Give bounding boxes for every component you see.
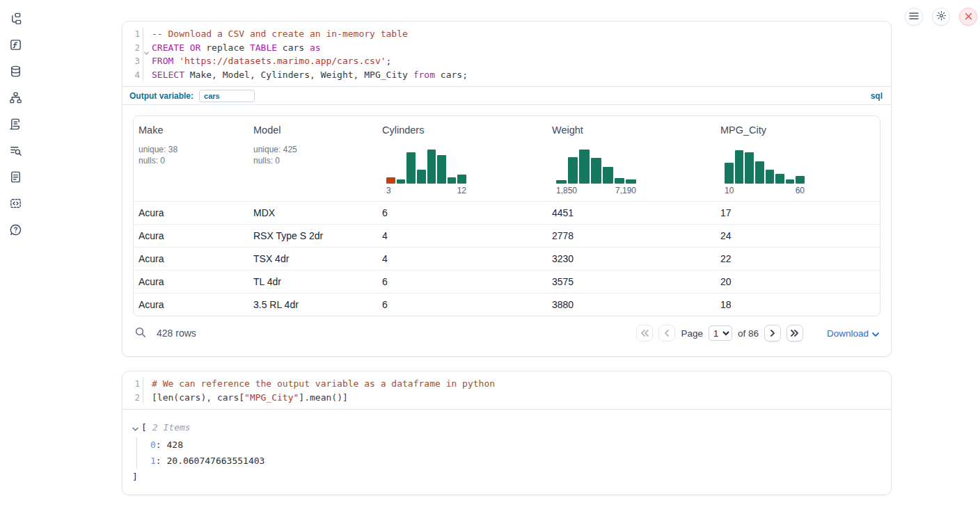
table-cell: RSX Type S 2dr [248,225,377,247]
code-line[interactable]: 2CREATE OR replace TABLE cars as [122,41,891,55]
code-line[interactable]: 3FROM 'https://datasets.marimo.app/cars.… [122,54,891,68]
table-cell: 17 [716,202,880,224]
histogram-bar[interactable] [406,152,416,184]
list-item-key: 1 [150,456,156,466]
list-close-bracket: ] [132,470,878,484]
code-line[interactable]: 1# We can reference the output variable … [122,377,891,391]
column-histogram: 1060 [725,147,805,195]
sidebar-item-logs[interactable] [7,143,24,160]
histogram-bar[interactable] [626,179,636,184]
sidebar-item-dependency-graph[interactable] [7,90,24,107]
column-header-model[interactable]: Modelunique: 425nulls: 0 [248,116,377,201]
chevron-down-icon [872,328,879,339]
code-text: [len(cars), cars["MPG_City"].mean()] [143,391,348,405]
column-header-make[interactable]: Makeunique: 38nulls: 0 [134,116,248,201]
table-search-button[interactable] [134,326,146,340]
output-variable-label: Output variable: [129,91,193,101]
histogram-bar[interactable] [427,150,436,184]
code-line[interactable]: 4SELECT Make, Model, Cylinders, Weight, … [122,68,891,82]
first-page-button[interactable] [636,325,653,341]
close-button[interactable] [959,8,977,26]
table-row[interactable]: AcuraTL 4dr6357520 [134,270,880,293]
table-cell: 3.5 RL 4dr [248,293,377,316]
histogram-bar[interactable] [417,170,426,184]
sidebar-item-variables[interactable] [7,38,24,54]
page-select[interactable]: 1 [709,325,732,341]
sidebar-item-snippets[interactable] [7,196,24,213]
table-row[interactable]: AcuraTSX 4dr4323022 [134,247,880,270]
histogram-bar[interactable] [386,177,395,184]
histogram-bar[interactable] [603,167,613,184]
table-body: AcuraMDX6445117AcuraRSX Type S 2dr427782… [134,201,880,316]
table-cell: 22 [716,248,880,270]
table-cell: 6 [377,202,547,224]
list-item-key: 0 [150,440,156,450]
code-line[interactable]: 1-- Download a CSV and create an in-memo… [122,27,891,41]
histogram-bar[interactable] [766,170,775,184]
data-table: Makeunique: 38nulls: 0Modelunique: 425nu… [133,115,880,316]
python-cell: 1# We can reference the output variable … [122,371,892,495]
histogram-bar[interactable] [615,178,625,184]
last-page-button[interactable] [787,325,803,341]
output-variable-input[interactable] [199,90,255,102]
collapse-list-button[interactable] [132,423,139,433]
histogram-bar[interactable] [745,152,754,184]
histogram-bar[interactable] [591,158,601,184]
previous-page-button[interactable] [658,325,675,341]
table-cell: TSX 4dr [248,248,377,270]
sidebar-item-datasources[interactable] [7,64,24,81]
next-page-button[interactable] [764,325,781,341]
line-number: 1 [122,27,143,41]
sidebar-item-documentation[interactable] [7,170,24,186]
table-row[interactable]: AcuraMDX6445117 [134,201,880,224]
histogram-bar[interactable] [725,163,734,184]
sidebar-item-file-explorer[interactable] [7,11,24,28]
histogram-bar[interactable] [786,179,795,184]
download-label: Download [827,328,869,339]
histogram-bar[interactable] [775,174,784,184]
table-cell: Acura [134,202,248,224]
column-header-cylinders[interactable]: Cylinders312 [377,116,547,201]
list-item-value: : 20.060747663551403 [156,456,265,466]
window-controls [905,8,977,26]
code-text: FROM 'https://datasets.marimo.app/cars.c… [143,54,391,68]
table-cell: Acura [134,248,248,270]
sql-cell-output: Makeunique: 38nulls: 0Modelunique: 425nu… [122,105,891,352]
code-line[interactable]: 2[len(cars), cars["MPG_City"].mean()] [122,391,891,405]
fold-chevron-icon[interactable] [144,45,149,59]
column-header-mpg_city[interactable]: MPG_City1060 [716,116,880,201]
histogram-axis-labels: 1,8507,190 [556,186,636,195]
histogram-bar[interactable] [568,157,578,184]
line-number: 2 [122,391,143,405]
histogram-bar[interactable] [437,155,446,184]
histogram-bar[interactable] [397,179,406,184]
table-cell: 20 [716,271,880,293]
page-total-label: of 86 [738,328,759,339]
list-open-bracket: [ [141,421,147,435]
histogram-bar[interactable] [556,180,567,184]
python-code-editor[interactable]: 1# We can reference the output variable … [122,371,891,409]
histogram-bar[interactable] [735,150,744,184]
column-title: Model [253,124,372,136]
sidebar-item-help[interactable] [7,223,24,239]
list-item: 0: 428 [150,437,878,453]
sidebar-item-scratchpad[interactable] [7,117,24,134]
sql-code-editor[interactable]: 1-- Download a CSV and create an in-memo… [122,22,891,86]
table-row[interactable]: AcuraRSX Type S 2dr4277824 [134,224,880,247]
column-header-weight[interactable]: Weight1,8507,190 [547,116,716,201]
download-button[interactable]: Download [827,328,879,339]
table-row[interactable]: Acura3.5 RL 4dr6388018 [134,293,880,316]
histogram-bar[interactable] [448,177,457,184]
histogram-bar[interactable] [579,150,590,184]
hamburger-icon [909,12,919,22]
histogram-bar[interactable] [755,161,764,184]
histogram-bar[interactable] [796,176,805,184]
table-cell: 18 [716,293,880,316]
file-tree-icon [9,12,22,27]
line-number: 3 [122,54,143,68]
settings-button[interactable] [932,8,950,26]
column-histogram: 1,8507,190 [556,147,636,195]
menu-button[interactable] [905,8,923,26]
chevrons-left-icon [640,328,649,339]
histogram-bar[interactable] [457,175,466,184]
